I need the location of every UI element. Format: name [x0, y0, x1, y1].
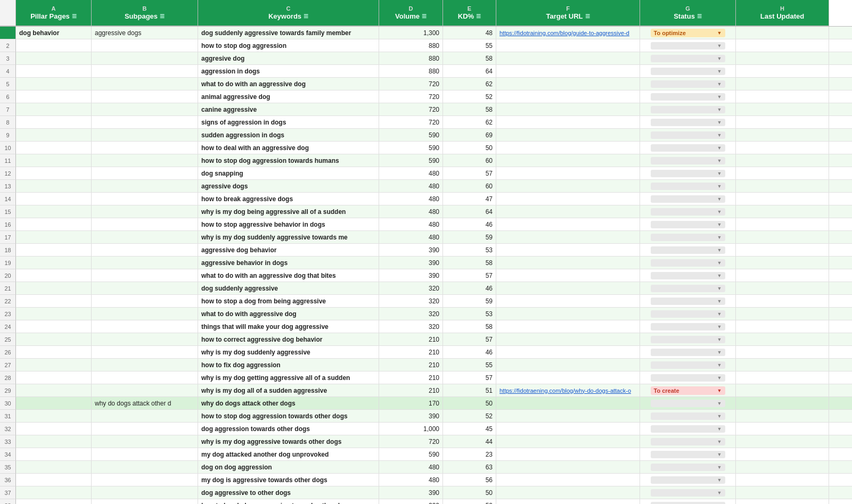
status-dropdown-icon[interactable]: ▼ — [717, 158, 722, 163]
status-dropdown-icon[interactable]: ▼ — [717, 133, 722, 138]
cell-target-url — [496, 333, 640, 345]
col-d-filter-icon[interactable]: ☰ — [422, 13, 427, 19]
cell-kd: 57 — [443, 167, 496, 179]
col-g-letter: G — [685, 5, 690, 12]
cell-status: ▼ — [640, 371, 736, 384]
cell-subpages — [92, 244, 198, 256]
row-num-20: 20 — [0, 269, 16, 282]
cell-keyword: signs of aggression in dogs — [198, 116, 379, 128]
table-row: sudden aggression in dogs59069▼ — [16, 129, 852, 142]
status-dropdown-icon[interactable]: ▼ — [717, 388, 722, 393]
table-row: aggression in dogs88064▼ — [16, 65, 852, 78]
status-dropdown-icon[interactable]: ▼ — [717, 196, 722, 202]
cell-status: ▼ — [640, 193, 736, 205]
cell-pillar-pages — [16, 499, 92, 504]
status-dropdown-icon[interactable]: ▼ — [717, 401, 722, 406]
cell-target-url[interactable]: https://fidotraening.com/blog/why-do-dog… — [496, 384, 640, 396]
status-dropdown-icon[interactable]: ▼ — [717, 375, 722, 381]
status-dropdown-icon[interactable]: ▼ — [717, 69, 722, 74]
col-c-filter-icon[interactable]: ☰ — [304, 13, 308, 19]
cell-target-url — [496, 397, 640, 409]
row-num-38: 38 — [0, 499, 16, 504]
col-g-filter-icon[interactable]: ☰ — [697, 13, 702, 19]
status-dropdown-icon[interactable]: ▼ — [717, 273, 722, 278]
cell-subpages — [92, 461, 198, 473]
cell-keyword: how to break aggressive dogs — [198, 193, 379, 205]
col-f-filter-icon[interactable]: ☰ — [585, 13, 590, 19]
row-num-11: 11 — [0, 154, 16, 167]
cell-kd: 46 — [443, 218, 496, 230]
table-row: how to fix dog aggression21055▼ — [16, 359, 852, 371]
status-dropdown-icon[interactable]: ▼ — [717, 184, 722, 189]
status-dropdown-icon[interactable]: ▼ — [717, 30, 722, 36]
status-dropdown-icon[interactable]: ▼ — [717, 477, 722, 483]
status-dropdown-icon[interactable]: ▼ — [717, 439, 722, 444]
col-c-title: Keywords — [268, 12, 301, 20]
status-dropdown-icon[interactable]: ▼ — [717, 209, 722, 214]
status-dropdown-icon[interactable]: ▼ — [717, 222, 722, 227]
status-dropdown-icon[interactable]: ▼ — [717, 350, 722, 355]
status-dropdown-icon[interactable]: ▼ — [717, 171, 722, 176]
cell-last-updated — [736, 244, 829, 256]
status-dropdown-icon[interactable]: ▼ — [717, 414, 722, 419]
col-b-filter-icon[interactable]: ☰ — [160, 13, 165, 19]
cell-last-updated — [736, 103, 829, 115]
row-numbers: 1234567891011121314151617181920212223242… — [0, 27, 16, 504]
status-dropdown-icon[interactable]: ▼ — [717, 299, 722, 304]
row-num-17: 17 — [0, 231, 16, 244]
table-row: how to stop aggressive behavior in dogs4… — [16, 218, 852, 231]
cell-last-updated — [736, 52, 829, 64]
status-dropdown-icon[interactable]: ▼ — [717, 247, 722, 253]
status-dropdown-icon[interactable]: ▼ — [717, 56, 722, 61]
status-dropdown-icon[interactable]: ▼ — [717, 452, 722, 457]
cell-volume: 390 — [379, 486, 443, 499]
cell-pillar-pages — [16, 142, 92, 154]
cell-target-url — [496, 142, 640, 154]
cell-target-url[interactable]: https://fidotraining.com/blog/guide-to-a… — [496, 27, 640, 39]
cell-keyword: sudden aggression in dogs — [198, 129, 379, 141]
status-dropdown-icon[interactable]: ▼ — [717, 465, 722, 470]
cell-subpages — [92, 39, 198, 52]
status-dropdown-icon[interactable]: ▼ — [717, 362, 722, 368]
cell-kd: 64 — [443, 65, 496, 77]
status-dropdown-icon[interactable]: ▼ — [717, 94, 722, 100]
status-dropdown-icon[interactable]: ▼ — [717, 120, 722, 125]
cell-kd: 58 — [443, 52, 496, 64]
cell-subpages — [92, 142, 198, 154]
status-dropdown-icon[interactable]: ▼ — [717, 145, 722, 151]
cell-kd: 64 — [443, 205, 496, 218]
status-dropdown-icon[interactable]: ▼ — [717, 235, 722, 240]
cell-pillar-pages — [16, 333, 92, 345]
cell-target-url — [496, 180, 640, 192]
cell-volume: 880 — [379, 52, 443, 64]
cell-status[interactable]: To optimize▼ — [640, 27, 736, 39]
status-badge-empty: ▼ — [651, 144, 725, 152]
status-dropdown-icon[interactable]: ▼ — [717, 311, 722, 317]
table-row: what to do with an aggressive dog72062▼ — [16, 78, 852, 90]
cell-keyword: dog suddenly aggressive towards family m… — [198, 27, 379, 39]
cell-subpages — [92, 499, 198, 504]
cell-kd: 47 — [443, 193, 496, 205]
col-a-filter-icon[interactable]: ☰ — [72, 13, 77, 19]
status-dropdown-icon[interactable]: ▼ — [717, 324, 722, 329]
status-dropdown-icon[interactable]: ▼ — [717, 260, 722, 266]
col-e-filter-icon[interactable]: ☰ — [476, 13, 481, 19]
cell-keyword: how to stop aggressive behavior in dogs — [198, 218, 379, 230]
cell-volume: 390 — [379, 410, 443, 422]
status-dropdown-icon[interactable]: ▼ — [717, 81, 722, 87]
cell-status: ▼ — [640, 499, 736, 504]
cell-status[interactable]: To create▼ — [640, 384, 736, 396]
status-dropdown-icon[interactable]: ▼ — [717, 426, 722, 432]
status-dropdown-icon[interactable]: ▼ — [717, 490, 722, 495]
cell-target-url — [496, 295, 640, 307]
cell-keyword: how to stop dog aggression towards human… — [198, 154, 379, 167]
status-dropdown-icon[interactable]: ▼ — [717, 286, 722, 291]
status-dropdown-icon[interactable]: ▼ — [717, 43, 722, 48]
cell-kd: 53 — [443, 308, 496, 320]
status-dropdown-icon[interactable]: ▼ — [717, 107, 722, 112]
status-dropdown-icon[interactable]: ▼ — [717, 337, 722, 342]
cell-last-updated — [736, 269, 829, 282]
cell-target-url — [496, 90, 640, 103]
cell-last-updated — [736, 359, 829, 371]
cell-subpages — [92, 320, 198, 333]
